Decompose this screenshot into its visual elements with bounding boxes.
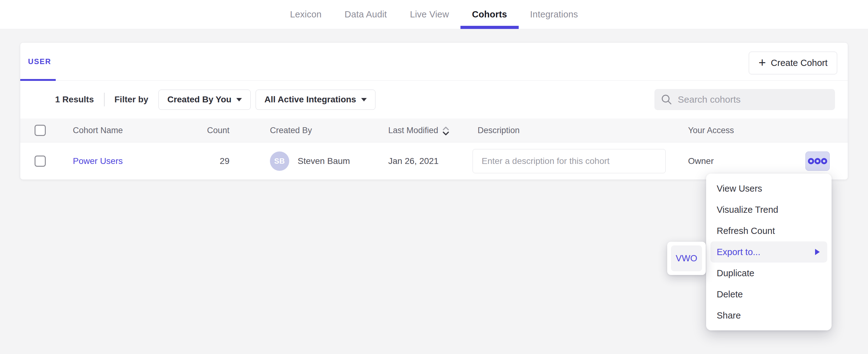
header-cohort-name: Cohort Name [73, 126, 204, 135]
header-count: Count [204, 126, 229, 135]
menu-item-export-to[interactable]: Export to... [710, 242, 827, 262]
ellipsis-icon [807, 157, 828, 165]
header-description: Description [473, 126, 688, 135]
menu-item-refresh-count[interactable]: Refresh Count [706, 220, 832, 242]
submenu-arrow-icon [815, 249, 820, 255]
cohort-type-tabs: USER + Create Cohort [20, 43, 848, 81]
top-navigation: Lexicon Data Audit Live View Cohorts Int… [0, 0, 868, 29]
nav-tab-integrations[interactable]: Integrations [519, 0, 590, 29]
header-last-modified[interactable]: Last Modified [388, 125, 473, 136]
created-by-dropdown-value: Created By You [167, 95, 231, 104]
menu-item-visualize-trend[interactable]: Visualize Trend [706, 199, 832, 220]
create-cohort-label: Create Cohort [771, 58, 828, 68]
cohort-name-link[interactable]: Power Users [73, 156, 123, 166]
chevron-down-icon [361, 98, 367, 101]
create-cohort-button[interactable]: + Create Cohort [749, 52, 837, 74]
access-value: Owner [688, 156, 771, 166]
nav-tab-lexicon[interactable]: Lexicon [278, 0, 333, 29]
menu-item-export-to-label: Export to... [717, 247, 760, 257]
created-by-name: Steven Baum [298, 156, 350, 166]
header-created-by: Created By [229, 126, 388, 135]
menu-item-delete[interactable]: Delete [706, 284, 832, 305]
table-header-row: Cohort Name Count Created By Last Modifi… [20, 119, 848, 142]
filter-toolbar: 1 Results Filter by Created By You All A… [20, 81, 848, 119]
menu-item-view-users[interactable]: View Users [706, 178, 832, 199]
sort-icon[interactable] [442, 126, 450, 136]
nav-tab-data-audit[interactable]: Data Audit [333, 0, 399, 29]
row-checkbox[interactable] [35, 156, 46, 167]
header-last-modified-label: Last Modified [388, 126, 438, 135]
cohort-count: 29 [204, 156, 229, 166]
nav-tab-cohorts[interactable]: Cohorts [461, 0, 519, 29]
chevron-down-icon [236, 98, 242, 101]
integrations-dropdown[interactable]: All Active Integrations [256, 90, 375, 110]
search-cohorts-box[interactable] [654, 89, 835, 110]
header-your-access: Your Access [688, 126, 771, 135]
cohorts-panel: USER + Create Cohort 1 Results Filter by… [20, 42, 848, 180]
created-by-dropdown[interactable]: Created By You [158, 90, 251, 110]
nav-tab-live-view[interactable]: Live View [399, 0, 461, 29]
menu-item-duplicate[interactable]: Duplicate [706, 262, 832, 284]
export-submenu: VWO [667, 242, 706, 275]
divider [104, 93, 104, 106]
description-input[interactable] [473, 149, 665, 173]
menu-item-share[interactable]: Share [706, 305, 832, 326]
row-context-menu: View Users Visualize Trend Refresh Count… [706, 173, 832, 330]
submenu-item-vwo[interactable]: VWO [671, 246, 702, 271]
plus-icon: + [758, 56, 766, 69]
select-all-checkbox[interactable] [35, 125, 46, 136]
avatar: SB [270, 152, 289, 171]
filter-by-label: Filter by [115, 95, 149, 104]
row-actions-button[interactable] [805, 152, 830, 171]
last-modified-date: Jan 26, 2021 [388, 156, 473, 166]
search-cohorts-input[interactable] [678, 94, 815, 105]
tab-user[interactable]: USER [20, 43, 56, 81]
search-icon [661, 94, 672, 105]
results-count: 1 Results [55, 95, 94, 104]
integrations-dropdown-value: All Active Integrations [264, 95, 356, 104]
